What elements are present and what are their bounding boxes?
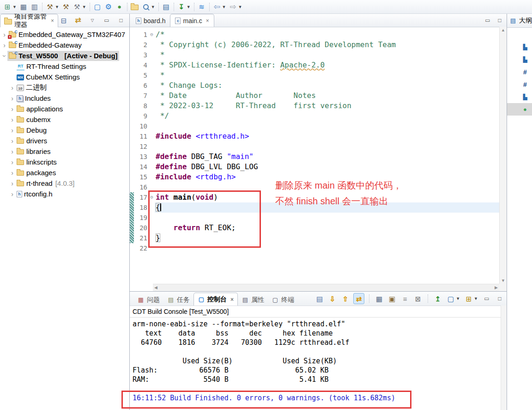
code-editor[interactable]: 1⊖/*2 * Copyright (c) 2006-2022, RT-Thre… (130, 27, 499, 284)
expand-arrow-icon[interactable]: › (9, 148, 15, 155)
fold-marker[interactable]: ⊖ (149, 30, 155, 40)
console-scrollbar[interactable] (501, 306, 507, 410)
tree-item-Test_W5500[interactable]: ›CTest_W5500[Active - Debug] (0, 50, 129, 61)
dropdown-arrow-icon[interactable]: ▼ (55, 5, 59, 9)
code-text[interactable]: return RT_EOK; (155, 223, 499, 233)
code-text[interactable]: /* (155, 30, 499, 40)
console-tab-属性[interactable]: ▤属性 (238, 294, 268, 306)
expand-arrow-icon[interactable]: › (9, 137, 15, 145)
monitor-button[interactable]: ▢ (92, 1, 103, 12)
dropdown-arrow-icon[interactable]: ▼ (222, 5, 226, 9)
dropdown-arrow-icon[interactable]: ▼ (12, 5, 17, 9)
pin-console-button[interactable]: ↥ (433, 294, 443, 304)
minimize-button[interactable]: ▭ (101, 15, 112, 26)
forward-button[interactable]: ⇨▼ (228, 1, 244, 12)
tree-item-packages[interactable]: ›packages (0, 167, 129, 178)
tree-item-linkscripts[interactable]: ›linkscripts (0, 157, 129, 167)
code-text[interactable]: * Date Author Notes (155, 91, 499, 101)
code-text[interactable]: #include <rtthread.h> (155, 131, 499, 141)
scroll-left-arrow-icon[interactable]: ◀ (154, 285, 157, 290)
code-text[interactable] (155, 213, 499, 223)
link-with-editor-button[interactable]: ⇄ (73, 15, 84, 26)
debug-bug-button[interactable]: ● (114, 1, 125, 12)
tree-item-content[interactable]: drivers (15, 136, 48, 146)
tree-item-content[interactable]: CTest_W5500[Active - Debug] (7, 51, 119, 61)
code-text[interactable] (155, 141, 499, 152)
expand-arrow-icon[interactable]: › (1, 42, 7, 49)
code-text[interactable]: * Copyright (c) 2006-2022, RT-Thread Dev… (155, 40, 499, 50)
code-text[interactable]: #define DBG_LVL DBG_LOG (155, 162, 499, 172)
scroll-to-bottom-button[interactable]: ⇩ (327, 294, 338, 304)
minimize-button[interactable]: ▭ (482, 294, 492, 304)
console-tab-问题[interactable]: ▦问题 (133, 294, 163, 306)
clear-console-button[interactable]: ⊠ (413, 294, 423, 304)
view-menu-button[interactable]: ▽ (87, 15, 98, 26)
code-text[interactable] (155, 243, 499, 253)
dropdown-arrow-icon[interactable]: ▼ (474, 296, 478, 301)
tree-item-Embedded-Gateway[interactable]: ›CEmbedded-Gateway (0, 40, 129, 50)
help-book-button[interactable]: ▤ (161, 1, 172, 12)
expand-arrow-icon[interactable]: › (9, 127, 15, 134)
tree-item-content[interactable]: 10二进制 (15, 83, 48, 93)
tree-item-content[interactable]: C×Embedded_Gateway_STM32F407 (7, 30, 127, 40)
tree-item-RT-Thread Settings[interactable]: RTRT-Thread Settings (0, 61, 129, 72)
close-icon[interactable]: × (206, 18, 209, 24)
code-text[interactable]: #define DBG_TAG "main" (155, 152, 499, 162)
outline-item-include[interactable]: ▙ (507, 53, 532, 66)
outline-item-define[interactable]: # (507, 78, 532, 91)
tree-item-content[interactable]: cubemx (15, 115, 52, 125)
auto-scroll-button[interactable]: ⇄ (353, 293, 364, 304)
tree-item-content[interactable]: Debug (15, 125, 48, 135)
tree-item-Embedded_Gateway_STM32F407[interactable]: ›C×Embedded_Gateway_STM32F407 (0, 29, 129, 40)
tree-item-CubeMX Settings[interactable]: MXCubeMX Settings (0, 72, 129, 82)
editor-vertical-scrollbar[interactable]: ▲ ▼ (499, 27, 507, 284)
fold-marker[interactable]: ⊖ (149, 192, 155, 202)
maximize-button[interactable]: □ (115, 15, 127, 26)
outline-item-include[interactable]: ▙ (507, 41, 532, 53)
console-tab-终端[interactable]: ▢终端 (268, 294, 298, 306)
save-console-button[interactable]: ▦ (374, 294, 384, 304)
tree-item-libraries[interactable]: ›libraries (0, 146, 129, 157)
save-all-button[interactable]: ▥ (29, 1, 40, 12)
new-wizard-button[interactable]: ⊞▼ (2, 1, 18, 12)
expand-arrow-icon[interactable]: › (1, 53, 8, 59)
code-text[interactable]: * SPDX-License-Identifier: Apache-2.0 (155, 60, 499, 70)
minimize-button[interactable]: ▭ (484, 16, 492, 24)
expand-arrow-icon[interactable]: › (9, 95, 15, 102)
dropdown-arrow-icon[interactable]: ▼ (187, 5, 191, 9)
tree-item-content[interactable]: linkscripts (15, 157, 58, 167)
code-text[interactable]: * (155, 50, 499, 60)
build-hammer-button[interactable]: ⚒▼ (44, 1, 60, 12)
maximize-button[interactable]: □ (496, 16, 504, 24)
save-button[interactable]: ▦ (18, 1, 29, 12)
close-icon[interactable]: × (230, 296, 234, 303)
tree-item-content[interactable]: MXCubeMX Settings (15, 72, 81, 82)
settings-gear-button[interactable]: ⚙ (103, 1, 114, 12)
code-text[interactable]: */ (155, 111, 499, 121)
tree-item-content[interactable]: applications (15, 104, 64, 114)
scroll-up-arrow-icon[interactable]: ▲ (500, 28, 507, 32)
code-text[interactable]: * 2022-03-12 RT-Thread first version (155, 101, 499, 111)
project-explorer-tab[interactable]: 项目资源管理器 × (0, 14, 58, 27)
tree-item-rtconfig.h[interactable]: ›hrtconfig.h (0, 189, 129, 199)
editor-tab-main.c[interactable]: cmain.c× (170, 14, 214, 27)
tree-item-cubemx[interactable]: ›cubemx (0, 114, 129, 125)
word-wrap-button[interactable]: ≡ (400, 294, 410, 304)
tree-item-content[interactable]: RTRT-Thread Settings (15, 61, 88, 72)
back-button[interactable]: ⇦▼ (212, 1, 228, 12)
tree-item-Includes[interactable]: ›hIncludes (0, 93, 129, 104)
dropdown-arrow-icon[interactable]: ▼ (456, 296, 460, 301)
expand-arrow-icon[interactable]: › (9, 105, 15, 113)
build-nail-button[interactable]: ⚒ (60, 1, 72, 12)
expand-arrow-icon[interactable]: › (9, 116, 15, 123)
dropdown-arrow-icon[interactable]: ▼ (82, 5, 86, 9)
expand-arrow-icon[interactable]: › (9, 169, 15, 177)
code-text[interactable]: } (155, 233, 499, 243)
scroll-to-top-button[interactable]: ⇧ (340, 294, 351, 304)
tree-item-content[interactable]: packages (15, 168, 57, 178)
maximize-button[interactable]: □ (495, 294, 505, 304)
flash-download-button[interactable]: ↧▼ (176, 1, 192, 12)
expand-arrow-icon[interactable]: › (9, 159, 15, 166)
expand-arrow-icon[interactable]: › (9, 190, 15, 198)
console-list-button[interactable]: ▤ (314, 294, 325, 304)
